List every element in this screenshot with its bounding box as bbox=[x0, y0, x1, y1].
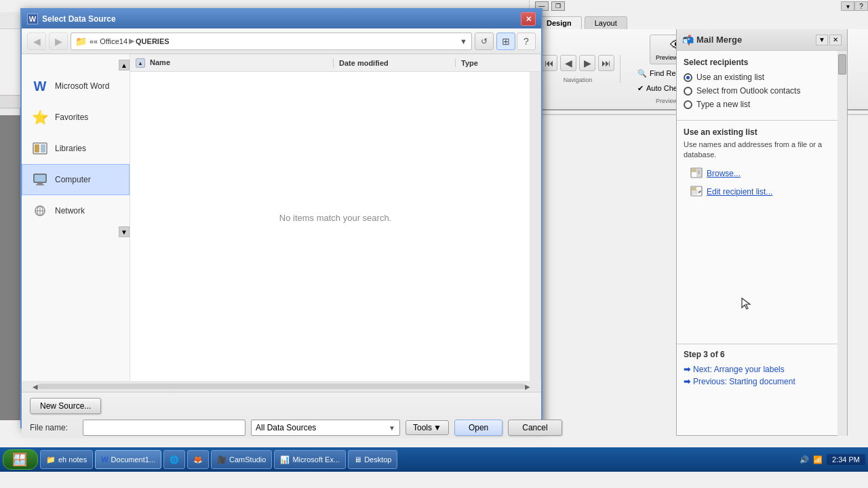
svg-rect-18 bbox=[692, 187, 696, 190]
edit-recipient-link[interactable]: Edit recipient list... bbox=[707, 187, 772, 197]
taskbar-item-notes[interactable]: 📁 eh notes bbox=[40, 450, 93, 469]
nav-item-favorites[interactable]: ⭐ Favorites bbox=[22, 102, 130, 133]
nav-item-word[interactable]: W Microsoft Word bbox=[22, 70, 130, 102]
firefox-icon: 🦊 bbox=[193, 455, 203, 464]
radio-outlook-contacts[interactable]: Select from Outlook contacts bbox=[684, 86, 840, 96]
edit-icon bbox=[690, 186, 703, 199]
hscroll-left[interactable]: ◀ bbox=[33, 383, 38, 390]
radio-use-existing-dot bbox=[684, 73, 692, 82]
radio-type-new[interactable]: Type a new list bbox=[684, 100, 840, 109]
help-btn[interactable]: ? bbox=[517, 33, 536, 50]
forward-button[interactable]: ▶ bbox=[49, 33, 68, 50]
computer-nav-label: Computer bbox=[55, 175, 91, 184]
dialog-horizontal-scrollbar[interactable]: ◀ ▶ bbox=[22, 381, 541, 392]
view-buttons: ⊞ ? bbox=[496, 33, 536, 50]
nav-item-libraries[interactable]: Libraries bbox=[22, 133, 130, 164]
file-vertical-scrollbar[interactable] bbox=[530, 72, 540, 381]
path-part1[interactable]: «« Office14 bbox=[90, 37, 127, 45]
dialog-title: Select Data Source bbox=[42, 14, 116, 24]
dialog-titlebar: W Select Data Source ✕ bbox=[22, 9, 541, 28]
navigation-group: ⏮ ◀ ▶ ⏭ Navigation bbox=[536, 55, 620, 83]
next-arrow-icon: ➡ bbox=[684, 365, 690, 374]
radio-use-existing-label: Use an existing list bbox=[696, 73, 764, 82]
address-bar[interactable]: 📁 «« Office14 ▶ QUERIES ▼ bbox=[71, 33, 472, 50]
find-icon: 🔍 bbox=[637, 69, 647, 78]
col-type[interactable]: Type bbox=[456, 59, 484, 67]
address-dropdown-arrow[interactable]: ▼ bbox=[460, 37, 467, 45]
nav-item-network[interactable]: Network bbox=[22, 195, 130, 226]
libraries-nav-icon bbox=[31, 139, 50, 158]
refresh-button[interactable]: ↺ bbox=[475, 33, 494, 50]
prev-step-link[interactable]: ➡ Previous: Starting document bbox=[684, 377, 831, 386]
back-button[interactable]: ◀ bbox=[27, 33, 46, 50]
section-divider bbox=[677, 120, 847, 121]
taskbar-item-word[interactable]: W Document1... bbox=[95, 450, 161, 469]
radio-type-new-dot bbox=[684, 100, 692, 109]
dialog-body: ▲ W Microsoft Word ⭐ Favorites bbox=[22, 54, 541, 381]
mouse-cursor bbox=[741, 297, 753, 314]
next-step-link[interactable]: ➡ Next: Arrange your labels bbox=[684, 365, 831, 374]
favorites-nav-label: Favorites bbox=[55, 113, 88, 122]
left-nav-scroll-up[interactable]: ▲ bbox=[119, 60, 130, 70]
new-source-button[interactable]: New Source... bbox=[30, 398, 101, 414]
details-view-btn[interactable]: ⊞ bbox=[496, 33, 515, 50]
panel-title: Mail Merge bbox=[696, 35, 742, 45]
col-date-modified[interactable]: Date modified bbox=[334, 59, 456, 67]
nav-first-btn[interactable]: ⏮ bbox=[541, 55, 557, 71]
ribbon-help-btn[interactable]: ? bbox=[854, 1, 868, 11]
radio-use-existing[interactable]: Use an existing list bbox=[684, 73, 840, 82]
nav-last-btn[interactable]: ⏭ bbox=[598, 55, 614, 71]
left-nav-scroll-down[interactable]: ▼ bbox=[119, 226, 130, 237]
taskbar-item-browser1[interactable]: 🌐 bbox=[163, 450, 185, 469]
nav-item-computer[interactable]: Computer bbox=[22, 164, 130, 195]
cancel-button[interactable]: Cancel bbox=[508, 420, 561, 436]
taskbar-item-firefox[interactable]: 🦊 bbox=[187, 450, 209, 469]
taskbar-item-desktop[interactable]: 🖥 Desktop bbox=[348, 450, 397, 469]
network-icon[interactable]: 📶 bbox=[813, 455, 823, 464]
word-icon: W bbox=[101, 455, 108, 464]
tab-design[interactable]: Design bbox=[536, 16, 582, 29]
select-recipients-title: Select recipients bbox=[684, 58, 840, 67]
prev-arrow-icon: ➡ bbox=[684, 377, 690, 386]
nav-prev-btn[interactable]: ◀ bbox=[560, 55, 576, 71]
dialog-close-button[interactable]: ✕ bbox=[521, 12, 536, 26]
panel-menu-btn[interactable]: ▼ bbox=[816, 35, 828, 45]
word-nav-icon: W bbox=[31, 77, 50, 96]
radio-outlook-dot bbox=[684, 87, 692, 96]
browse-link[interactable]: Browse... bbox=[707, 169, 741, 178]
file-name-input[interactable] bbox=[83, 420, 245, 436]
panel-close-btn[interactable]: ✕ bbox=[829, 35, 842, 45]
edit-recipient-link-item[interactable]: Edit recipient list... bbox=[677, 183, 847, 201]
check-icon: ✔ bbox=[637, 84, 644, 93]
tools-button[interactable]: Tools ▼ bbox=[406, 420, 449, 435]
hscroll-track[interactable] bbox=[38, 384, 525, 389]
taskbar-item-excel[interactable]: 📊 Microsoft Ex... bbox=[274, 450, 346, 469]
tools-label: Tools bbox=[413, 423, 432, 432]
use-existing-section-title: Use an existing list bbox=[677, 123, 847, 138]
word-nav-label: Microsoft Word bbox=[55, 81, 109, 91]
hscroll-right[interactable]: ▶ bbox=[525, 383, 530, 390]
ribbon-expand-btn[interactable]: ▾ bbox=[841, 1, 854, 11]
speaker-icon[interactable]: 🔊 bbox=[800, 455, 809, 464]
file-listing-area: ▲ Name Date modified Type No items match… bbox=[130, 54, 541, 381]
col-name[interactable]: ▲ Name bbox=[130, 58, 334, 68]
start-button[interactable]: 🪟 bbox=[3, 449, 38, 470]
file-column-headers: ▲ Name Date modified Type bbox=[130, 54, 540, 72]
open-button[interactable]: Open bbox=[454, 420, 502, 436]
panel-scrollbar-thumb[interactable] bbox=[838, 54, 846, 75]
camstudio-icon: 🎥 bbox=[217, 455, 226, 464]
browse-link-item[interactable]: Browse... bbox=[677, 165, 847, 183]
file-type-dropdown[interactable]: All Data Sources ▼ bbox=[251, 420, 400, 436]
tab-layout[interactable]: Layout bbox=[585, 16, 627, 29]
maximize-btn[interactable]: ❐ bbox=[551, 1, 565, 11]
path-part2[interactable]: QUERIES bbox=[136, 37, 170, 45]
taskbar: 🪟 📁 eh notes W Document1... 🌐 🦊 🎥 CamStu… bbox=[0, 447, 868, 472]
svg-rect-5 bbox=[37, 183, 43, 184]
select-data-source-dialog: W Select Data Source ✕ ◀ ▶ 📁 «« Office14… bbox=[20, 8, 542, 428]
taskbar-item-camstudio[interactable]: 🎥 CamStudio bbox=[211, 450, 272, 469]
browse-icon bbox=[690, 167, 703, 180]
panel-vertical-scrollbar[interactable] bbox=[837, 51, 847, 436]
taskbar-right: 🔊 📶 2:34 PM bbox=[800, 454, 865, 465]
network-nav-label: Network bbox=[55, 206, 85, 216]
nav-next-btn[interactable]: ▶ bbox=[579, 55, 595, 71]
